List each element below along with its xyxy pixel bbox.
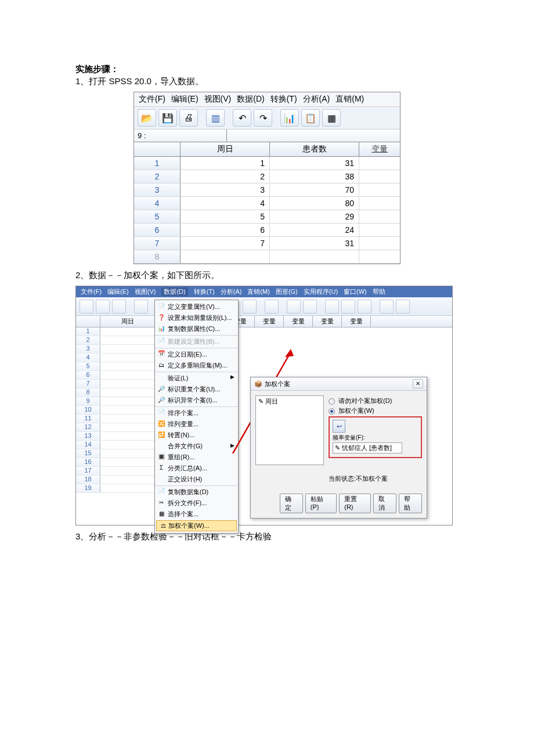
col-header[interactable]: 变量 <box>284 316 313 327</box>
menu2-direct[interactable]: 直销(M) <box>247 287 270 296</box>
data-row[interactable]: 17 <box>76 467 154 476</box>
col-header[interactable]: 变量 <box>255 316 284 327</box>
radio-weight-cases[interactable]: 加权个案(W) <box>329 406 422 415</box>
row-header[interactable]: 6 <box>134 224 181 236</box>
cell-count[interactable]: 70 <box>270 183 359 196</box>
menu-edit[interactable]: 编辑(E) <box>171 94 199 105</box>
data-row[interactable]: 7731 <box>134 237 400 250</box>
menu2-data[interactable]: 数据(D) <box>161 287 187 296</box>
print-icon[interactable] <box>112 300 126 314</box>
cell-count[interactable]: 38 <box>270 170 359 183</box>
data-row[interactable]: 14 <box>76 441 154 449</box>
cell-var[interactable] <box>359 183 400 196</box>
menu-item[interactable]: 📄复制数据集(D) <box>155 485 238 498</box>
cell-count[interactable]: 31 <box>270 237 359 250</box>
row-header[interactable]: 14 <box>76 441 100 449</box>
cell-var[interactable] <box>359 237 400 250</box>
menu-item[interactable]: 🔁转置(N)... <box>155 430 238 441</box>
data-row[interactable]: 6624 <box>134 224 400 237</box>
menu2-window[interactable]: 窗口(W) <box>344 287 367 296</box>
cell-var[interactable] <box>359 197 400 210</box>
chart-icon[interactable] <box>134 300 148 314</box>
menu-item[interactable]: ▦选择个案... <box>155 509 238 520</box>
row-header[interactable]: 3 <box>134 183 181 196</box>
find-icon[interactable] <box>287 300 301 314</box>
row-header[interactable]: 17 <box>76 467 100 475</box>
row-header[interactable]: 7 <box>76 380 100 388</box>
menu2-analyze[interactable]: 分析(A) <box>221 287 242 296</box>
print-icon[interactable]: 🖨 <box>179 109 198 127</box>
paste-button[interactable]: 粘贴(P) <box>305 494 337 513</box>
cell-count[interactable]: 31 <box>270 157 359 170</box>
data-row[interactable]: 10 <box>76 406 154 415</box>
weight-cases-dialog[interactable]: 📦 加权个案 ✕ ✎ 周日 请勿对个案加权(D) 加权个案(W) <box>250 377 427 519</box>
menu-data[interactable]: 数据(D) <box>237 94 264 105</box>
radio-icon[interactable] <box>329 408 335 415</box>
data-row[interactable]: 18 <box>76 476 154 484</box>
close-icon[interactable]: ✕ <box>413 379 423 388</box>
data-row[interactable]: 8 <box>134 250 400 264</box>
save-icon[interactable]: 💾 <box>158 109 177 127</box>
cell-day[interactable]: 1 <box>181 157 270 170</box>
data-row[interactable]: 1 <box>76 327 154 336</box>
menu2-help[interactable]: 帮助 <box>373 287 385 296</box>
menu-item[interactable]: 📄排序个案... <box>155 406 238 419</box>
row-header[interactable]: 6 <box>76 371 100 379</box>
row-header[interactable]: 3 <box>76 345 100 353</box>
ok-button[interactable]: 确定 <box>280 494 303 513</box>
row-header[interactable]: 13 <box>76 432 100 440</box>
col-header[interactable]: 变量 <box>313 316 342 327</box>
menu-item[interactable]: 🔎标识异常个案(I)... <box>155 395 238 406</box>
misc-icon[interactable] <box>396 300 410 314</box>
menu-file[interactable]: 文件(F) <box>139 94 165 105</box>
cell-count[interactable]: 29 <box>270 210 359 223</box>
menu2-transform[interactable]: 转换(T) <box>194 287 215 296</box>
menu-direct[interactable]: 直销(M) <box>335 94 364 105</box>
abc-icon[interactable] <box>380 300 394 314</box>
data-row[interactable]: 16 <box>76 458 154 467</box>
row-header[interactable]: 5 <box>134 210 181 223</box>
row-header[interactable]: 1 <box>76 327 100 336</box>
row-header[interactable]: 11 <box>76 415 100 423</box>
col-header-var[interactable]: 变量 <box>359 142 400 156</box>
cell-count[interactable] <box>270 250 359 263</box>
undo-icon[interactable]: ↶ <box>233 109 251 127</box>
radio-no-weight[interactable]: 请勿对个案加权(D) <box>329 397 422 405</box>
col-header-count[interactable]: 患者数 <box>270 142 359 156</box>
data-row[interactable]: 15 <box>76 449 154 458</box>
menu-view[interactable]: 视图(V) <box>204 94 232 105</box>
row-header[interactable]: 10 <box>76 406 100 414</box>
run-icon[interactable] <box>243 300 257 314</box>
menu-item[interactable]: 📅定义日期(E)... <box>155 348 238 360</box>
data-row[interactable]: 19 <box>76 484 154 493</box>
menu2-util[interactable]: 实用程序(U) <box>304 287 338 296</box>
row-header[interactable]: 19 <box>76 484 100 492</box>
cell-var[interactable] <box>359 224 400 236</box>
cell-day[interactable]: 4 <box>181 197 270 210</box>
cell-day[interactable] <box>181 250 270 263</box>
menu-item[interactable]: 🔀排列变量... <box>155 419 238 430</box>
menu-item[interactable]: 📄定义变量属性(V)... <box>155 301 238 312</box>
cancel-button[interactable]: 取消 <box>373 494 396 513</box>
move-right-button[interactable]: ↩ <box>333 420 345 433</box>
menu-item[interactable]: 验证(L)▶ <box>155 372 238 384</box>
row-header[interactable]: 9 <box>76 397 100 405</box>
cell-day[interactable]: 5 <box>181 210 270 223</box>
cell-var[interactable] <box>359 170 400 183</box>
labels-icon[interactable] <box>358 300 371 314</box>
help-button[interactable]: 帮助 <box>399 494 422 513</box>
menu-item[interactable]: ❓设置未知测量级别(L)... <box>155 312 238 323</box>
data-row[interactable]: 5529 <box>134 210 400 224</box>
cell-day[interactable]: 6 <box>181 224 270 236</box>
freq-variable-field[interactable]: ✎ 忧郁症人 [患者数] <box>333 442 402 453</box>
data-row[interactable]: 9 <box>76 397 154 406</box>
radio-icon[interactable] <box>329 398 335 405</box>
cell-var[interactable] <box>359 250 400 263</box>
col-header-day[interactable]: 周日 <box>181 142 270 156</box>
menu2-edit[interactable]: 编辑(E) <box>107 287 129 296</box>
save-icon[interactable] <box>96 300 110 314</box>
menu-item[interactable]: 合并文件(G)▶ <box>155 441 238 452</box>
data-row[interactable]: 2238 <box>134 170 400 183</box>
grid-icon[interactable] <box>325 300 339 314</box>
menu-item[interactable]: Σ分类汇总(A)... <box>155 463 238 474</box>
